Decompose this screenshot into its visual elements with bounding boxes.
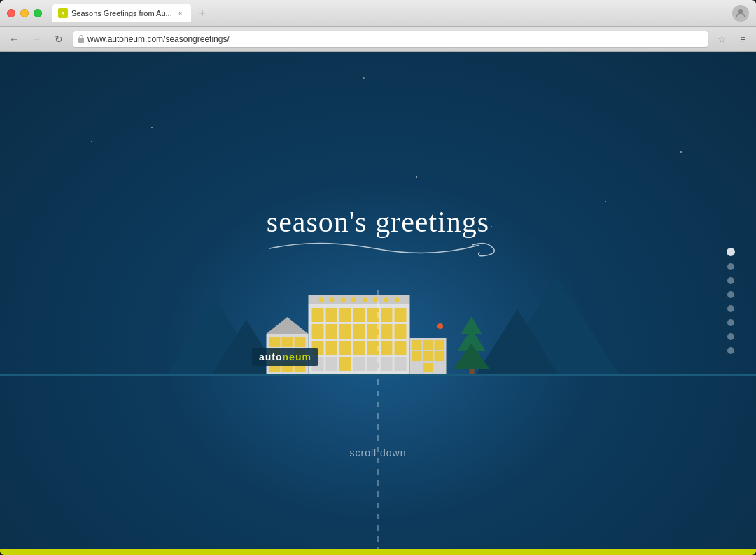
- nav-dot-8[interactable]: [727, 347, 734, 354]
- logo-text: autoneum: [259, 351, 312, 363]
- url-text: www.autoneum.com/seasongreetings/: [88, 34, 704, 44]
- user-icon[interactable]: [732, 5, 749, 22]
- tab-close-button[interactable]: ×: [176, 8, 186, 18]
- roof: [309, 295, 410, 304]
- scroll-down-text: scroll down: [349, 447, 406, 458]
- main-building-body: [309, 304, 410, 374]
- titlebar: a Seasons Greetings from Au... × +: [0, 0, 756, 27]
- traffic-lights: [7, 9, 42, 17]
- window-controls-right: [732, 5, 749, 22]
- nav-dot-5[interactable]: [727, 305, 734, 312]
- tab-bar: a Seasons Greetings from Au... × +: [52, 4, 732, 22]
- lock-icon: [78, 34, 85, 44]
- tab-favicon: a: [58, 8, 68, 18]
- greeting-text: season's greetings: [203, 206, 553, 238]
- maximize-button[interactable]: [34, 9, 42, 17]
- navigation-dots: [727, 248, 735, 354]
- christmas-tree: [454, 316, 490, 374]
- greeting-container: season's greetings: [203, 206, 553, 272]
- annex-building: [410, 338, 447, 374]
- nav-dot-2[interactable]: [727, 263, 734, 270]
- autoneum-logo: autoneum: [252, 348, 318, 366]
- url-bar[interactable]: www.autoneum.com/seasongreetings/: [73, 31, 708, 48]
- nav-dot-3[interactable]: [727, 277, 734, 284]
- dashed-line: [377, 290, 379, 549]
- minimize-button[interactable]: [20, 9, 29, 17]
- active-tab[interactable]: a Seasons Greetings from Au... ×: [52, 4, 191, 22]
- menu-button[interactable]: ≡: [735, 31, 750, 47]
- bookmark-button[interactable]: ☆: [714, 31, 729, 47]
- new-tab-button[interactable]: +: [194, 5, 211, 22]
- reload-button[interactable]: ↻: [50, 31, 67, 48]
- forward-button[interactable]: →: [28, 31, 45, 48]
- svg-point-0: [738, 9, 743, 13]
- back-button[interactable]: ←: [6, 31, 22, 48]
- swirl-decoration: [262, 234, 500, 269]
- addressbar: ← → ↻ www.autoneum.com/seasongreetings/ …: [0, 27, 756, 52]
- page-content: season's greetings: [0, 52, 756, 549]
- close-button[interactable]: [7, 9, 15, 17]
- tab-title: Seasons Greetings from Au...: [71, 9, 172, 17]
- nav-dot-7[interactable]: [727, 333, 734, 340]
- nav-dot-6[interactable]: [727, 319, 734, 326]
- nav-dot-4[interactable]: [727, 291, 734, 298]
- main-building: [309, 295, 410, 374]
- nav-dot-1[interactable]: [727, 248, 735, 256]
- svg-rect-1: [78, 38, 84, 43]
- bottom-accent-bar: [0, 549, 756, 555]
- browser-window: a Seasons Greetings from Au... × + ← → ↻: [0, 0, 756, 555]
